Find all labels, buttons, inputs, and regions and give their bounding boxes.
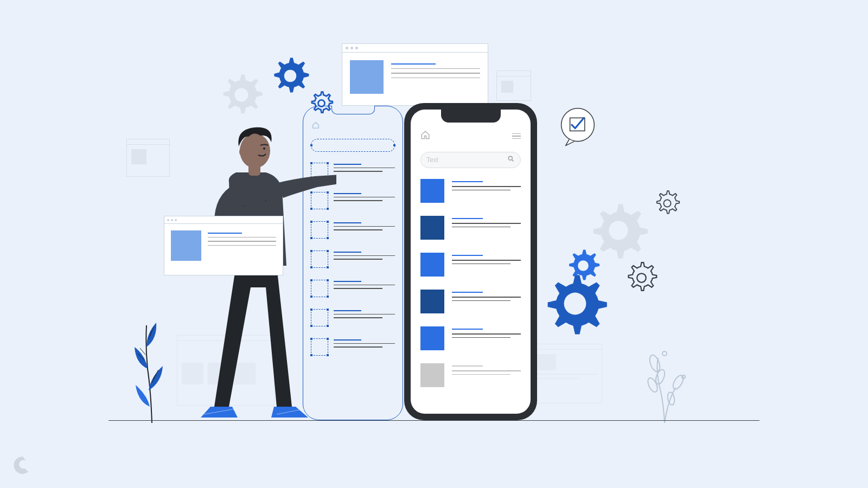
list-item[interactable] — [420, 363, 521, 387]
watermark-logo — [11, 453, 35, 477]
browser-window-top — [342, 43, 488, 106]
gear-icon — [217, 70, 266, 119]
svg-point-14 — [239, 147, 246, 156]
plant-decoration — [125, 314, 179, 423]
browser-window-held — [164, 216, 283, 275]
home-icon[interactable] — [420, 130, 430, 142]
thumbnail — [171, 230, 201, 261]
svg-point-6 — [637, 273, 646, 282]
svg-point-7 — [663, 200, 671, 207]
gear-icon — [542, 271, 608, 336]
gear-icon — [651, 187, 684, 220]
bg-window-2 — [496, 70, 531, 101]
ground-line — [108, 420, 760, 421]
svg-point-29 — [662, 351, 667, 356]
svg-point-26 — [646, 376, 660, 393]
svg-point-30 — [682, 375, 685, 378]
bg-window-3 — [532, 344, 602, 403]
list-item[interactable] — [420, 290, 521, 313]
list-item[interactable] — [420, 326, 521, 350]
phone-notch — [441, 110, 501, 123]
search-icon — [507, 155, 515, 165]
plant-decoration — [632, 347, 697, 423]
search-input[interactable]: Text — [420, 152, 521, 168]
phone-list — [420, 179, 521, 400]
list-item[interactable] — [420, 216, 521, 240]
list-item[interactable] — [420, 179, 521, 203]
svg-point-4 — [578, 260, 589, 271]
svg-point-0 — [234, 88, 248, 101]
svg-point-17 — [244, 206, 245, 207]
svg-point-5 — [564, 293, 586, 315]
phone-mockup: Text — [404, 103, 537, 420]
svg-point-3 — [609, 221, 628, 240]
list-item[interactable] — [420, 253, 521, 277]
bg-window-1 — [126, 139, 170, 177]
hamburger-icon[interactable] — [512, 133, 521, 139]
svg-point-19 — [265, 200, 266, 201]
check-bubble — [556, 106, 599, 149]
svg-point-27 — [671, 374, 685, 390]
gear-icon — [269, 54, 312, 98]
svg-point-1 — [284, 70, 296, 82]
gear-icon — [621, 258, 662, 298]
search-placeholder: Text — [426, 156, 438, 164]
svg-point-15 — [263, 147, 265, 150]
thumbnail — [350, 60, 384, 94]
svg-point-10 — [508, 156, 512, 160]
